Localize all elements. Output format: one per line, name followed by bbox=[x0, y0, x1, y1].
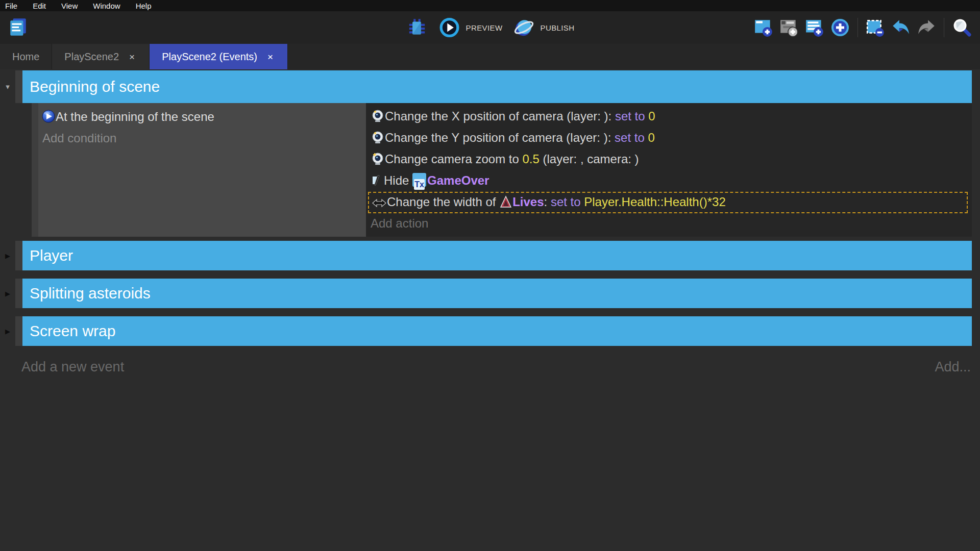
action-row-camera-x[interactable]: Change the X position of camera (layer: … bbox=[368, 106, 968, 128]
group-header-player[interactable]: Player bbox=[22, 241, 972, 270]
add-action-link[interactable]: Add action bbox=[368, 213, 968, 234]
group-header-beginning-of-scene[interactable]: Beginning of scene bbox=[22, 70, 972, 103]
group-header-splitting-asteroids[interactable]: Splitting asteroids bbox=[22, 279, 972, 308]
add-more-link[interactable]: Add... bbox=[935, 359, 971, 375]
menu-window[interactable]: Window bbox=[93, 2, 120, 10]
publish-button[interactable]: PUBLISH bbox=[512, 16, 574, 39]
action-text: Change the width of bbox=[387, 195, 499, 209]
event-drag-handle[interactable] bbox=[15, 70, 22, 103]
action-operator: set to bbox=[615, 109, 645, 123]
group-row-beginning-of-scene: ▾ Beginning of scene bbox=[0, 70, 972, 103]
resize-width-icon bbox=[372, 195, 387, 214]
action-row-camera-zoom[interactable]: Change camera zoom to 0.5 (layer: , came… bbox=[368, 149, 968, 170]
menu-edit[interactable]: Edit bbox=[33, 2, 46, 10]
action-row-camera-y[interactable]: Change the Y position of camera (layer: … bbox=[368, 128, 968, 149]
group-row-screen-wrap: ▶ Screen wrap bbox=[0, 316, 972, 346]
condition-row[interactable]: At the beginning of the scene bbox=[41, 106, 362, 128]
camera-icon bbox=[371, 130, 385, 151]
actions-panel[interactable]: Change the X position of camera (layer: … bbox=[366, 103, 972, 237]
preview-button[interactable]: PREVIEW bbox=[438, 16, 503, 39]
menu-view[interactable]: View bbox=[61, 2, 78, 10]
preview-label: PREVIEW bbox=[466, 23, 503, 32]
add-comment-icon[interactable] bbox=[803, 16, 826, 39]
close-icon[interactable]: × bbox=[265, 51, 275, 63]
camera-zoom-icon bbox=[371, 152, 385, 172]
action-text: : bbox=[544, 195, 551, 209]
add-event-type-icon[interactable] bbox=[829, 16, 851, 39]
caret-column: ▶ bbox=[0, 241, 15, 270]
action-row-change-width-selected[interactable]: Change the width of Lives: set to Player… bbox=[368, 192, 968, 213]
caret-column: ▶ bbox=[0, 279, 15, 308]
conditions-panel[interactable]: At the beginning of the scene Add condit… bbox=[38, 103, 366, 237]
tab-home[interactable]: Home bbox=[0, 44, 52, 69]
action-value: 0 bbox=[645, 109, 655, 123]
events-sheet: ▾ Beginning of scene At the beginning of… bbox=[0, 69, 980, 375]
group-row-player: ▶ Player bbox=[0, 241, 972, 270]
tab-label: PlayScene2 bbox=[64, 51, 119, 63]
object-name: Lives bbox=[512, 195, 544, 209]
action-operator: set to bbox=[615, 131, 645, 144]
toolbar-separator bbox=[944, 18, 944, 37]
group-title: Beginning of scene bbox=[30, 78, 160, 95]
action-text: Change the X position of camera (layer: … bbox=[385, 109, 615, 123]
caret-column: ▶ bbox=[0, 316, 15, 346]
menu-file[interactable]: File bbox=[5, 2, 17, 10]
scene-start-icon bbox=[41, 109, 56, 130]
add-new-event-link[interactable]: Add a new event bbox=[21, 359, 124, 375]
tab-label: PlayScene2 (Events) bbox=[162, 51, 257, 63]
event-drag-handle[interactable] bbox=[15, 279, 22, 308]
toolbar-center: PREVIEW PUBLISH bbox=[406, 16, 575, 39]
action-text: Change camera zoom to bbox=[385, 152, 522, 166]
group-title: Splitting asteroids bbox=[30, 285, 151, 302]
event-drag-handle[interactable] bbox=[15, 241, 22, 270]
group-title: Player bbox=[30, 247, 73, 264]
tab-playscene2[interactable]: PlayScene2 × bbox=[52, 44, 150, 69]
chevron-down-icon[interactable]: ▾ bbox=[6, 82, 10, 91]
add-sub-event-icon[interactable] bbox=[778, 16, 800, 39]
menu-bar: File Edit View Window Help bbox=[0, 0, 980, 11]
chevron-right-icon[interactable]: ▶ bbox=[5, 290, 10, 297]
condition-text: At the beginning of the scene bbox=[56, 110, 214, 123]
undo-icon[interactable] bbox=[890, 16, 912, 39]
add-condition-link[interactable]: Add condition bbox=[41, 128, 362, 149]
search-icon[interactable] bbox=[950, 16, 973, 39]
gdevelop-logo-icon[interactable] bbox=[7, 16, 30, 39]
redo-icon[interactable] bbox=[915, 16, 938, 39]
delete-selection-icon[interactable] bbox=[864, 16, 887, 39]
add-event-icon[interactable] bbox=[752, 16, 775, 39]
caret-column: ▾ bbox=[0, 70, 15, 103]
action-text: Change the Y position of camera (layer: … bbox=[385, 131, 615, 144]
ship-object-icon bbox=[499, 195, 512, 214]
tab-label: Home bbox=[12, 51, 39, 63]
debug-button[interactable] bbox=[406, 16, 428, 39]
tab-bar: Home PlayScene2 × PlayScene2 (Events) × bbox=[0, 44, 980, 69]
event-drag-handle[interactable] bbox=[15, 316, 22, 346]
action-row-hide-gameover[interactable]: Hide TxGameOver bbox=[368, 170, 968, 192]
close-icon[interactable]: × bbox=[127, 51, 137, 63]
action-value: 0 bbox=[645, 131, 655, 144]
text-object-icon: Tx bbox=[412, 173, 426, 187]
toolbar-right bbox=[752, 16, 973, 39]
action-value: 0.5 bbox=[522, 152, 539, 166]
tab-playscene2-events[interactable]: PlayScene2 (Events) × bbox=[150, 44, 288, 69]
menu-help[interactable]: Help bbox=[136, 2, 152, 10]
action-expression: Player.Health::Health()*32 bbox=[581, 195, 726, 209]
chevron-right-icon[interactable]: ▶ bbox=[5, 252, 10, 260]
object-name: GameOver bbox=[427, 173, 489, 187]
camera-icon bbox=[371, 109, 385, 129]
group-content-beginning-of-scene: At the beginning of the scene Add condit… bbox=[32, 103, 972, 237]
publish-label: PUBLISH bbox=[540, 23, 574, 32]
toolbar-separator bbox=[857, 18, 858, 37]
group-title: Screen wrap bbox=[30, 322, 115, 340]
action-text: (layer: , camera: ) bbox=[540, 152, 639, 166]
gdevelop-window: File Edit View Window Help bbox=[0, 0, 980, 375]
preview-play-icon bbox=[438, 16, 461, 39]
chevron-right-icon[interactable]: ▶ bbox=[5, 328, 10, 335]
event-drag-handle[interactable] bbox=[32, 103, 38, 237]
hide-icon bbox=[371, 173, 384, 193]
group-header-screen-wrap[interactable]: Screen wrap bbox=[22, 316, 972, 346]
group-row-splitting-asteroids: ▶ Splitting asteroids bbox=[0, 279, 972, 308]
events-footer: Add a new event Add... bbox=[21, 359, 971, 375]
action-text: Hide bbox=[384, 173, 412, 187]
action-operator: set to bbox=[551, 195, 581, 209]
